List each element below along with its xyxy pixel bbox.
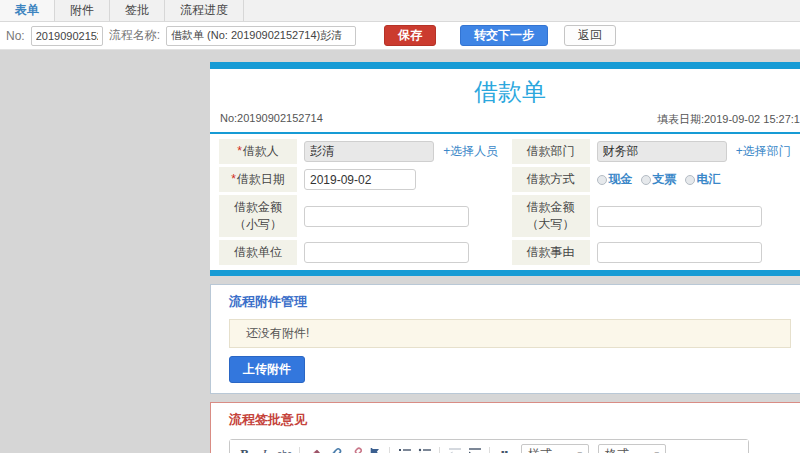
method-option-cheque[interactable]: 支票 (641, 171, 677, 188)
no-attachments-message: 还没有附件! (229, 319, 791, 348)
loan-form-panel: 借款单 No:20190902152714 填表日期:2019-09-02 15… (210, 62, 800, 276)
reason-input[interactable] (597, 242, 762, 263)
flow-name-label: 流程名称: (109, 27, 160, 44)
amount-lower-label: 借款金额（小写） (234, 200, 282, 231)
method-option-wire[interactable]: 电汇 (685, 171, 721, 188)
select-person-link[interactable]: +选择人员 (443, 144, 498, 158)
method-option-cash[interactable]: 现金 (597, 171, 633, 188)
method-field-cell: 现金 支票 电汇 (593, 167, 800, 192)
back-button[interactable]: 返回 (564, 25, 616, 46)
borrower-label: 借款人 (243, 144, 279, 158)
required-mark: * (237, 144, 242, 158)
anchor-flag-icon[interactable] (367, 446, 382, 453)
department-label-cell: 借款部门 (512, 139, 590, 164)
tab-form[interactable]: 表单 (0, 0, 55, 21)
amount-lower-input[interactable] (304, 206, 469, 227)
radio-icon (685, 175, 695, 185)
unit-field-cell (300, 240, 509, 265)
amount-lower-field-cell (300, 195, 509, 237)
toolbar-separator (389, 447, 390, 453)
method-option-label: 电汇 (697, 171, 721, 188)
method-label: 借款方式 (527, 172, 575, 186)
link-icon[interactable] (327, 446, 342, 453)
editor-toolbar: B I abc (230, 440, 748, 453)
approval-title: 流程签批意见 (229, 411, 791, 429)
no-input[interactable] (31, 26, 103, 46)
save-button[interactable]: 保存 (384, 25, 436, 46)
upload-attachment-button[interactable]: 上传附件 (229, 356, 305, 383)
radio-icon (597, 175, 607, 185)
amount-upper-label-cell: 借款金额（大写） (512, 195, 590, 237)
chevron-down-icon: ▾ (654, 449, 659, 453)
tab-attachment[interactable]: 附件 (55, 0, 110, 21)
loan-date-label: 借款日期 (237, 172, 285, 186)
attachments-section: 流程附件管理 还没有附件! 上传附件 (210, 284, 800, 394)
flow-name-input[interactable] (166, 26, 356, 46)
bold-icon[interactable]: B (237, 446, 252, 453)
amount-upper-input[interactable] (597, 206, 762, 227)
department-input[interactable] (597, 141, 727, 162)
remove-format-icon[interactable] (307, 446, 322, 453)
style-dropdown-label: 样式 (528, 446, 552, 453)
method-label-cell: 借款方式 (512, 167, 590, 192)
ordered-list-icon[interactable] (397, 446, 412, 453)
attachments-title: 流程附件管理 (229, 293, 791, 311)
loan-date-field-cell (300, 167, 509, 192)
radio-icon (641, 175, 651, 185)
chevron-down-icon: ▾ (577, 449, 582, 453)
form-no-text: No:20190902152714 (220, 112, 323, 127)
indent-icon[interactable] (467, 446, 482, 453)
table-row: *借款人 +选择人员 借款部门 +选择部门 (219, 139, 800, 164)
rich-text-editor: B I abc (229, 439, 749, 453)
amount-lower-label-cell: 借款金额（小写） (219, 195, 297, 237)
format-dropdown[interactable]: 格式 ▾ (598, 444, 666, 453)
strikethrough-icon[interactable]: abc (277, 446, 292, 453)
main-area: 借款单 No:20190902152714 填表日期:2019-09-02 15… (0, 50, 800, 453)
reason-label: 借款事由 (527, 245, 575, 259)
page-title: 借款单 (210, 69, 800, 112)
format-dropdown-label: 格式 (605, 446, 629, 453)
forward-next-step-button[interactable]: 转交下一步 (460, 25, 548, 46)
form-bottom-bar (210, 270, 800, 276)
command-bar: No: 流程名称: 保存 转交下一步 返回 (0, 22, 800, 50)
required-mark: * (231, 172, 236, 186)
blockquote-icon[interactable]: ” (497, 446, 512, 453)
form-top-bar (210, 62, 800, 69)
method-option-label: 支票 (653, 171, 677, 188)
tab-approve[interactable]: 签批 (110, 0, 165, 21)
amount-upper-field-cell (593, 195, 800, 237)
department-label: 借款部门 (527, 144, 575, 158)
form-meta-row: No:20190902152714 填表日期:2019-09-02 15:27:… (210, 112, 800, 132)
loan-form-table: *借款人 +选择人员 借款部门 +选择部门 *借款日期 (210, 134, 800, 270)
method-option-label: 现金 (609, 171, 633, 188)
borrower-label-cell: *借款人 (219, 139, 297, 164)
reason-field-cell (593, 240, 800, 265)
unit-input[interactable] (304, 242, 469, 263)
toolbar-separator (489, 447, 490, 453)
table-row: *借款日期 借款方式 现金 支票 (219, 167, 800, 192)
unit-label-cell: 借款单位 (219, 240, 297, 265)
italic-icon[interactable]: I (257, 446, 272, 453)
borrower-field-cell: +选择人员 (300, 139, 509, 164)
department-field-cell: +选择部门 (593, 139, 800, 164)
loan-date-label-cell: *借款日期 (219, 167, 297, 192)
bullet-list-icon[interactable] (417, 446, 432, 453)
table-row: 借款金额（小写） 借款金额（大写） (219, 195, 800, 237)
unlink-icon[interactable] (347, 446, 362, 453)
borrower-input[interactable] (304, 141, 434, 162)
no-label: No: (6, 29, 25, 43)
toolbar-separator (299, 447, 300, 453)
select-department-link[interactable]: +选择部门 (736, 144, 791, 158)
amount-upper-label: 借款金额（大写） (527, 200, 575, 231)
reason-label-cell: 借款事由 (512, 240, 590, 265)
tab-progress[interactable]: 流程进度 (165, 0, 244, 21)
style-dropdown[interactable]: 样式 ▾ (521, 444, 589, 453)
table-row: 借款单位 借款事由 (219, 240, 800, 265)
form-date-text: 填表日期:2019-09-02 15:27:1 (657, 112, 800, 127)
toolbar-separator (439, 447, 440, 453)
loan-date-input[interactable] (304, 169, 416, 190)
tab-bar: 表单 附件 签批 流程进度 (0, 0, 800, 22)
outdent-icon[interactable] (447, 446, 462, 453)
unit-label: 借款单位 (234, 245, 282, 259)
approval-section: 流程签批意见 B I abc (210, 402, 800, 453)
